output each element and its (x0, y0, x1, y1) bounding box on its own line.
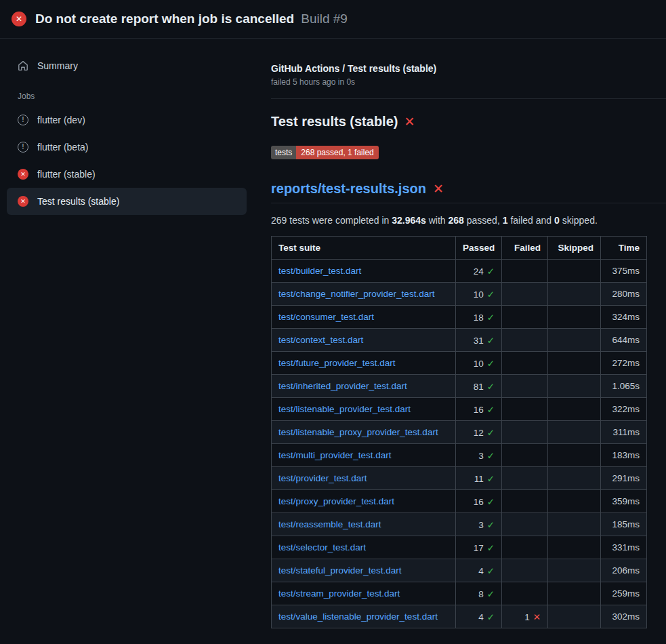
time-cell: 183ms (601, 444, 647, 467)
test-suite-link[interactable]: test/selector_test.dart (278, 542, 366, 552)
cell-value: 4 (478, 612, 484, 622)
divider (271, 98, 666, 99)
sidebar: Summary Jobs !flutter (dev)!flutter (bet… (0, 39, 260, 215)
passed-cell: 4✓ (456, 605, 502, 628)
failed-cell (502, 444, 548, 467)
test-suite-link[interactable]: test/future_provider_test.dart (278, 358, 396, 368)
test-suite-link[interactable]: test/change_notifier_provider_test.dart (278, 289, 434, 299)
time-cell: 324ms (601, 306, 647, 329)
skipped-cell (548, 490, 601, 513)
sidebar-item-flutter-beta[interactable]: !flutter (beta) (7, 134, 247, 161)
check-icon: ✓ (487, 405, 495, 415)
test-suite-link[interactable]: test/builder_test.dart (278, 266, 361, 276)
table-row: test/provider_test.dart11✓291ms (272, 467, 647, 490)
test-suite-cell: test/proxy_provider_test.dart (272, 490, 456, 513)
test-suite-link[interactable]: test/value_listenable_provider_test.dart (278, 611, 438, 622)
check-icon: ✓ (487, 382, 495, 392)
table-row: test/listenable_provider_test.dart16✓322… (272, 398, 647, 421)
sidebar-item-label: Test results (stable) (37, 196, 119, 207)
table-row: test/multi_provider_test.dart3✓183ms (272, 444, 647, 467)
cell-value: 18 (474, 313, 484, 323)
sidebar-item-flutter-dev[interactable]: !flutter (dev) (7, 106, 247, 134)
time-cell: 331ms (601, 536, 647, 559)
table-row: test/selector_test.dart17✓331ms (272, 536, 647, 559)
test-suite-link[interactable]: test/stateful_provider_test.dart (278, 565, 402, 576)
x-icon: ✕ (533, 612, 541, 622)
table-row: test/consumer_test.dart18✓324ms (272, 306, 647, 329)
test-suite-cell: test/listenable_proxy_provider_test.dart (272, 421, 456, 444)
table-row: test/reassemble_test.dart3✓185ms (272, 513, 647, 536)
time-cell: 302ms (601, 605, 647, 628)
test-suite-cell: test/consumer_test.dart (272, 306, 456, 329)
sidebar-item-summary[interactable]: Summary (7, 52, 247, 79)
report-file-link[interactable]: reports/test-results.json (271, 181, 426, 197)
test-suite-cell: test/future_provider_test.dart (272, 352, 456, 375)
failed-cell (502, 559, 548, 582)
cell-value: 16 (474, 405, 484, 415)
column-header-test-suite: Test suite (272, 237, 456, 260)
test-suite-link[interactable]: test/context_test.dart (278, 335, 363, 345)
table-row: test/future_provider_test.dart10✓272ms (272, 352, 647, 375)
time-cell: 185ms (601, 513, 647, 536)
test-suite-link[interactable]: test/multi_provider_test.dart (278, 450, 392, 460)
sidebar-item-test-results-stable[interactable]: ✕Test results (stable) (7, 188, 247, 215)
test-suite-link[interactable]: test/provider_test.dart (278, 473, 367, 483)
passed-count: 268 (449, 215, 464, 226)
failed-x-icon: ✕ (433, 182, 444, 195)
cell-value: 8 (478, 589, 484, 599)
passed-cell: 16✓ (456, 398, 502, 421)
time-cell: 272ms (601, 352, 647, 375)
sidebar-item-flutter-stable[interactable]: ✕flutter (stable) (7, 161, 247, 188)
test-suite-link[interactable]: test/stream_provider_test.dart (278, 588, 400, 599)
skipped-cell (548, 513, 601, 536)
cell-value: 10 (474, 289, 484, 300)
tests-badge: tests 268 passed, 1 failed (271, 146, 379, 159)
section-title: Test results (stable) ✕ (271, 114, 666, 129)
cell-value: 1 (524, 612, 530, 622)
report-heading: reports/test-results.json ✕ (271, 181, 666, 203)
skipped-count: 0 (554, 215, 560, 226)
skipped-cell (548, 444, 601, 467)
status-line: failed 5 hours ago in 0s (271, 77, 666, 87)
test-suite-link[interactable]: test/proxy_provider_test.dart (278, 496, 394, 506)
time-cell: 1.065s (601, 375, 647, 398)
total-time: 32.964s (392, 215, 426, 226)
time-cell: 291ms (601, 467, 647, 490)
cell-value: 4 (478, 566, 484, 576)
failed-cell (502, 398, 548, 421)
column-header-skipped: Skipped (548, 237, 601, 260)
check-icon: ✓ (487, 266, 495, 277)
failed-cell (502, 513, 548, 536)
test-suite-cell: test/listenable_provider_test.dart (272, 398, 456, 421)
check-icon: ✓ (487, 589, 495, 599)
check-icon: ✓ (487, 451, 495, 461)
sidebar-item-label: flutter (dev) (37, 115, 85, 125)
test-suite-link[interactable]: test/listenable_proxy_provider_test.dart (278, 427, 438, 437)
test-suite-cell: test/context_test.dart (272, 329, 456, 352)
time-cell: 359ms (601, 490, 647, 513)
skipped-cell (548, 375, 601, 398)
test-suite-link[interactable]: test/inherited_provider_test.dart (278, 381, 407, 391)
passed-cell: 10✓ (456, 283, 502, 306)
table-row: test/change_notifier_provider_test.dart1… (272, 283, 647, 306)
cell-value: 17 (474, 543, 484, 553)
column-header-time: Time (601, 237, 647, 260)
page-title: Do not create report when job is cancell… (35, 12, 294, 26)
test-suite-cell: test/selector_test.dart (272, 536, 456, 559)
test-suite-link[interactable]: test/consumer_test.dart (278, 312, 374, 322)
failed-cell (502, 536, 548, 559)
home-icon (18, 60, 28, 71)
skipped-cell (548, 283, 601, 306)
skipped-cell (548, 260, 601, 283)
failed-count: 1 (503, 215, 508, 226)
failed-cell (502, 306, 548, 329)
failed-cell (502, 582, 548, 605)
column-header-passed: Passed (456, 237, 502, 260)
test-suite-cell: test/builder_test.dart (272, 260, 456, 283)
table-header-row: Test suitePassedFailedSkippedTime (272, 237, 647, 260)
table-row: test/context_test.dart31✓644ms (272, 329, 647, 352)
test-suite-link[interactable]: test/listenable_provider_test.dart (278, 404, 411, 414)
test-suite-link[interactable]: test/reassemble_test.dart (278, 519, 381, 529)
skipped-cell (548, 306, 601, 329)
build-failed-icon: ✕ (12, 12, 26, 26)
